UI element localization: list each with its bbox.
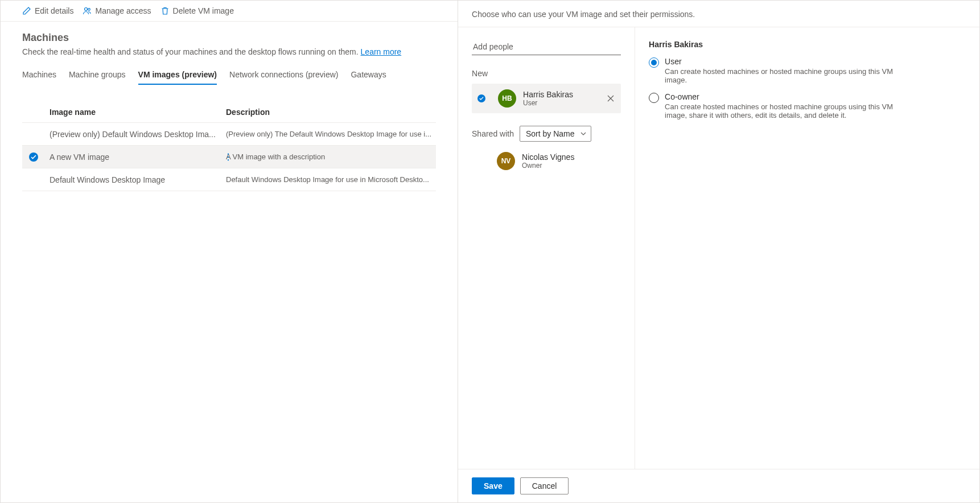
radio-icon — [649, 57, 659, 68]
row-name: (Preview only) Default Windows Desktop I… — [50, 130, 226, 139]
chevron-down-icon — [580, 129, 586, 138]
sort-by-select[interactable]: Sort by Name — [520, 126, 591, 142]
column-description[interactable]: Description — [226, 108, 436, 117]
svg-point-4 — [228, 159, 229, 160]
permission-coowner-option[interactable]: Co-owner Can create hosted machines or h… — [649, 92, 966, 119]
more-icon[interactable] — [224, 152, 233, 162]
remove-person-button[interactable] — [606, 94, 615, 103]
trash-icon — [160, 6, 170, 15]
learn-more-link[interactable]: Learn more — [361, 47, 402, 56]
permission-user-option[interactable]: User Can create hosted machines or hoste… — [649, 57, 966, 84]
table-row[interactable]: (Preview only) Default Windows Desktop I… — [22, 123, 436, 146]
row-desc: Default Windows Desktop Image for use in… — [226, 175, 436, 184]
tab-gateways[interactable]: Gateways — [351, 67, 386, 85]
permission-heading: Harris Bakiras — [649, 40, 966, 49]
edit-details-label: Edit details — [35, 6, 73, 15]
permission-label: User — [665, 57, 915, 66]
column-image-name[interactable]: Image name — [50, 108, 226, 117]
tab-machine-groups[interactable]: Machine groups — [69, 67, 126, 85]
person-card[interactable]: HB Harris Bakiras User — [472, 84, 621, 113]
add-people-input[interactable] — [472, 40, 621, 55]
row-name: A new VM image — [50, 152, 226, 162]
person-name: Harris Bakiras — [523, 90, 606, 99]
new-section-label: New — [472, 69, 621, 78]
shared-with-label: Shared with — [472, 129, 514, 138]
svg-point-2 — [228, 153, 229, 154]
avatar: NV — [497, 152, 515, 170]
edit-details-button[interactable]: Edit details — [22, 6, 73, 15]
close-icon — [606, 94, 615, 103]
person-role: Owner — [522, 162, 615, 170]
person-name: Nicolas Vignes — [522, 152, 615, 162]
page-subtitle: Check the real-time health and status of… — [22, 47, 436, 56]
table-row[interactable]: A new VM image A VM image with a descrip… — [22, 146, 436, 168]
panel-footer: Save Cancel — [458, 469, 979, 502]
tab-machines[interactable]: Machines — [22, 67, 56, 85]
manage-access-label: Manage access — [95, 6, 151, 15]
edit-icon — [22, 6, 31, 15]
tab-network-connections[interactable]: Network connections (preview) — [229, 67, 338, 85]
row-check-icon — [29, 152, 38, 162]
svg-point-0 — [85, 8, 88, 11]
panel-header: Choose who can use your VM image and set… — [458, 1, 979, 27]
row-name: Default Windows Desktop Image — [50, 175, 226, 184]
table-row[interactable]: Default Windows Desktop Image Default Wi… — [22, 168, 436, 191]
sort-by-value: Sort by Name — [526, 129, 575, 138]
toolbar: Edit details Manage access Delete VM ima… — [1, 1, 458, 22]
person-role: User — [523, 99, 606, 107]
manage-access-button[interactable]: Manage access — [83, 6, 151, 15]
permission-label: Co-owner — [665, 92, 915, 101]
delete-vm-label: Delete VM image — [173, 6, 234, 15]
delete-vm-button[interactable]: Delete VM image — [160, 6, 234, 15]
save-button[interactable]: Save — [472, 477, 514, 494]
tabs: Machines Machine groups VM images (previ… — [22, 67, 436, 85]
cancel-button[interactable]: Cancel — [520, 477, 569, 494]
permission-desc: Can create hosted machines or hosted mac… — [665, 67, 915, 84]
radio-icon — [649, 93, 659, 103]
avatar: HB — [498, 89, 516, 108]
table-header: Image name Description — [22, 102, 436, 123]
manage-access-panel: Choose who can use your VM image and set… — [458, 1, 979, 502]
page-title: Machines — [22, 32, 436, 44]
check-icon — [477, 94, 485, 102]
permission-desc: Can create hosted machines or hosted mac… — [665, 102, 915, 119]
tab-vm-images[interactable]: VM images (preview) — [138, 67, 217, 85]
row-desc: (Preview only) The Default Windows Deskt… — [226, 130, 436, 138]
svg-point-3 — [228, 156, 229, 157]
person-card[interactable]: NV Nicolas Vignes Owner — [472, 150, 621, 172]
row-desc: A VM image with a description — [226, 152, 436, 161]
people-icon — [83, 6, 92, 15]
svg-point-1 — [88, 9, 90, 11]
